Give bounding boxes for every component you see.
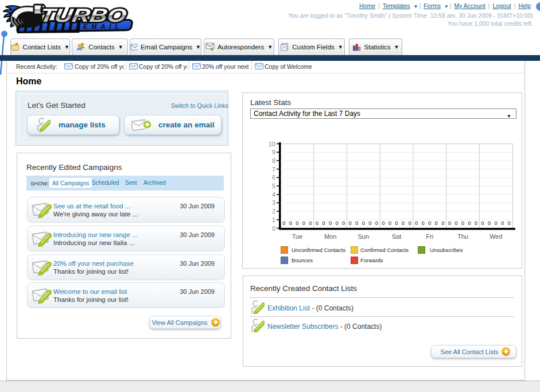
svg-text:0: 0 (468, 220, 471, 226)
svg-text:6: 6 (272, 174, 275, 181)
svg-text:0: 0 (329, 220, 332, 226)
svg-text:0: 0 (402, 220, 405, 226)
svg-text:Wed: Wed (490, 233, 502, 240)
svg-text:0: 0 (322, 220, 325, 226)
svg-text:Fri: Fri (426, 233, 433, 240)
svg-text:0: 0 (481, 220, 484, 226)
svg-text:3: 3 (272, 199, 275, 206)
svg-text:0: 0 (461, 220, 464, 226)
svg-text:0: 0 (441, 220, 444, 226)
svg-text:0: 0 (272, 225, 275, 232)
svg-text:0: 0 (316, 220, 318, 226)
svg-text:0: 0 (422, 220, 425, 226)
svg-text:0: 0 (488, 220, 491, 226)
svg-text:Tue: Tue (292, 233, 303, 240)
svg-text:0: 0 (501, 220, 504, 226)
svg-text:0: 0 (349, 220, 352, 226)
svg-text:0: 0 (435, 220, 438, 226)
svg-text:0: 0 (382, 220, 384, 226)
svg-text:0: 0 (408, 220, 411, 226)
svg-text:0: 0 (296, 220, 298, 226)
svg-text:0: 0 (335, 220, 338, 226)
svg-text:0: 0 (309, 220, 312, 226)
svg-text:10: 10 (269, 141, 275, 148)
svg-text:9: 9 (272, 149, 275, 156)
svg-text:1: 1 (272, 216, 275, 223)
svg-text:0: 0 (375, 220, 378, 226)
svg-text:EMAIL: EMAIL (83, 23, 123, 30)
svg-text:Thu: Thu (457, 233, 468, 240)
svg-text:0: 0 (389, 220, 391, 226)
svg-text:0: 0 (342, 220, 345, 226)
svg-text:0: 0 (428, 220, 431, 226)
svg-text:0: 0 (289, 220, 292, 226)
svg-text:0: 0 (282, 220, 285, 226)
svg-text:0: 0 (362, 220, 365, 226)
svg-text:0: 0 (368, 220, 371, 226)
svg-text:0: 0 (448, 220, 451, 226)
svg-text:0: 0 (454, 220, 457, 226)
svg-text:8: 8 (272, 157, 275, 164)
svg-text:0: 0 (494, 220, 497, 226)
svg-text:0: 0 (508, 220, 511, 226)
svg-text:5: 5 (272, 183, 275, 189)
svg-text:0: 0 (302, 220, 305, 226)
svg-text:0: 0 (475, 220, 477, 226)
svg-text:4: 4 (272, 191, 275, 198)
svg-text:0: 0 (415, 220, 418, 226)
svg-text:Sat: Sat (392, 233, 402, 240)
svg-text:0: 0 (395, 220, 398, 226)
svg-text:Sun: Sun (358, 233, 370, 240)
svg-text:Mon: Mon (324, 233, 336, 240)
svg-text:0: 0 (355, 220, 358, 226)
svg-text:2: 2 (272, 208, 275, 215)
svg-text:7: 7 (272, 166, 275, 173)
